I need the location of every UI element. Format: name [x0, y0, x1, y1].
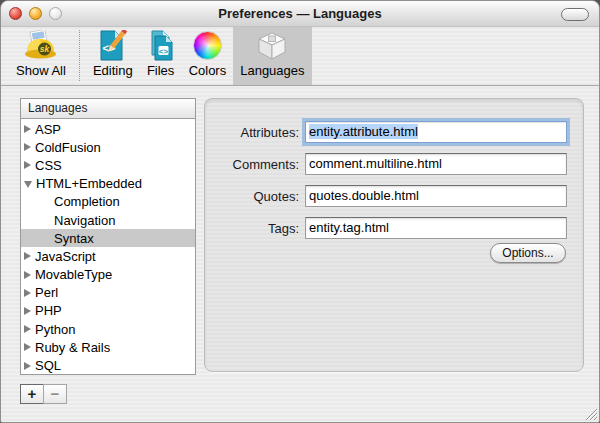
field-label: Comments:	[205, 157, 299, 172]
sidebar-item-ruby-rails[interactable]: Ruby & Rails	[21, 338, 195, 356]
sidebar-item-label: PHP	[35, 303, 62, 318]
form-row: Attributes:entity.attribute.html	[205, 121, 583, 143]
field-value: quotes.double.html	[309, 188, 419, 203]
disclosure-triangle-collapsed-icon[interactable]	[24, 252, 31, 260]
add-language-button[interactable]: +	[20, 384, 44, 404]
syntax-settings-panel: Attributes:entity.attribute.htmlComments…	[204, 98, 584, 372]
toolbar-item-editing[interactable]: <> Editing	[86, 27, 140, 85]
disclosure-triangle-collapsed-icon[interactable]	[24, 307, 31, 315]
disclosure-triangle-collapsed-icon[interactable]	[24, 289, 31, 297]
disclosure-triangle-collapsed-icon[interactable]	[24, 325, 31, 333]
sidebar-item-label: ColdFusion	[35, 140, 101, 155]
sidebar-item-syntax[interactable]: Syntax	[21, 229, 195, 247]
sidebar-item-label: Python	[35, 322, 75, 337]
resize-grip[interactable]	[584, 407, 597, 420]
form-row: Quotes:quotes.double.html	[205, 185, 583, 207]
minimize-button-icon[interactable]	[29, 7, 42, 20]
field-value: entity.attribute.html	[309, 124, 418, 139]
sidebar-item-asp[interactable]: ASP	[21, 120, 195, 138]
disclosure-triangle-collapsed-icon[interactable]	[24, 125, 31, 133]
sidebar-item-label: Ruby & Rails	[35, 340, 110, 355]
comments-field[interactable]: comment.multiline.html	[305, 153, 567, 175]
svg-text:<>: <>	[158, 47, 168, 56]
color-wheel-icon	[193, 29, 222, 62]
disclosure-triangle-collapsed-icon[interactable]	[24, 143, 31, 151]
disclosure-triangle-collapsed-icon[interactable]	[24, 343, 31, 351]
close-button-icon[interactable]	[9, 7, 22, 20]
toolbar-toggle-pill-button[interactable]	[561, 8, 589, 21]
tags-field[interactable]: entity.tag.html	[305, 217, 567, 239]
toolbar-item-languages[interactable]: Languages	[233, 27, 311, 85]
toolbar-item-files[interactable]: <> Files	[140, 27, 182, 85]
form-row: Tags:entity.tag.html	[205, 217, 583, 239]
sidebar-item-perl[interactable]: Perl	[21, 284, 195, 302]
disclosure-triangle-expanded-icon[interactable]	[24, 181, 32, 188]
sidebar-item-label: Perl	[35, 285, 58, 300]
sidebar-item-label: Navigation	[54, 213, 115, 228]
field-label: Quotes:	[205, 189, 299, 204]
toolbar-item-colors[interactable]: Colors	[182, 27, 234, 85]
list-header: Languages	[21, 99, 195, 119]
sidebar-item-label: Completion	[54, 194, 120, 209]
sidebar-item-html-embedded[interactable]: HTML+Embedded	[21, 175, 195, 193]
package-box-icon	[256, 29, 288, 62]
sidebar-item-coldfusion[interactable]: ColdFusion	[21, 138, 195, 156]
toolbar-label: Show All	[16, 63, 66, 78]
sidebar-item-css[interactable]: CSS	[21, 156, 195, 174]
field-value: entity.tag.html	[309, 220, 389, 235]
traffic-lights	[9, 7, 62, 20]
sidebar-item-python[interactable]: Python	[21, 320, 195, 338]
toolbar-item-show-all[interactable]: sk Show All	[9, 27, 73, 85]
field-label: Tags:	[205, 221, 299, 236]
documents-stack-icon: <>	[147, 29, 175, 62]
remove-language-button[interactable]: −	[43, 384, 67, 404]
disclosure-triangle-collapsed-icon[interactable]	[24, 271, 31, 279]
sidebar-item-label: CSS	[35, 158, 62, 173]
skedit-hardhat-app-icon: sk	[23, 29, 58, 62]
document-pencil-icon: <>	[98, 29, 128, 62]
attributes-field[interactable]: entity.attribute.html	[305, 121, 567, 143]
sidebar-item-label: ASP	[35, 122, 61, 137]
zoom-button-disabled-icon	[49, 7, 62, 20]
options-button[interactable]: Options...	[490, 243, 566, 263]
sidebar-item-sql[interactable]: SQL	[21, 356, 195, 374]
sidebar-item-label: Syntax	[54, 231, 94, 246]
form-row: Comments:comment.multiline.html	[205, 153, 583, 175]
toolbar-label: Files	[147, 63, 174, 78]
quotes-field[interactable]: quotes.double.html	[305, 185, 567, 207]
toolbar: sk Show All <> Editing	[1, 27, 599, 86]
sidebar-item-label: SQL	[35, 358, 61, 373]
sidebar-item-php[interactable]: PHP	[21, 302, 195, 320]
field-value: comment.multiline.html	[309, 156, 442, 171]
toolbar-separator	[79, 30, 80, 81]
sidebar-item-label: JavaScript	[35, 249, 96, 264]
list-body: ASPColdFusionCSSHTML+EmbeddedCompletionN…	[21, 120, 195, 374]
sidebar-item-navigation[interactable]: Navigation	[21, 211, 195, 229]
disclosure-triangle-collapsed-icon[interactable]	[24, 362, 31, 370]
toolbar-label: Languages	[240, 63, 304, 78]
sidebar-item-movabletype[interactable]: MovableType	[21, 266, 195, 284]
sidebar-item-completion[interactable]: Completion	[21, 193, 195, 211]
sidebar-item-label: HTML+Embedded	[36, 176, 142, 191]
toolbar-label: Editing	[93, 63, 133, 78]
toolbar-label: Colors	[189, 63, 227, 78]
svg-text:sk: sk	[40, 44, 51, 54]
languages-listbox: Languages ASPColdFusionCSSHTML+EmbeddedC…	[20, 98, 196, 375]
preferences-window: Preferences — Languages sk Show All	[0, 0, 600, 423]
sidebar-item-label: MovableType	[35, 267, 112, 282]
field-label: Attributes:	[205, 125, 299, 140]
disclosure-triangle-collapsed-icon[interactable]	[24, 161, 31, 169]
titlebar: Preferences — Languages	[1, 1, 599, 27]
window-title: Preferences — Languages	[71, 1, 529, 27]
sidebar-item-javascript[interactable]: JavaScript	[21, 247, 195, 265]
